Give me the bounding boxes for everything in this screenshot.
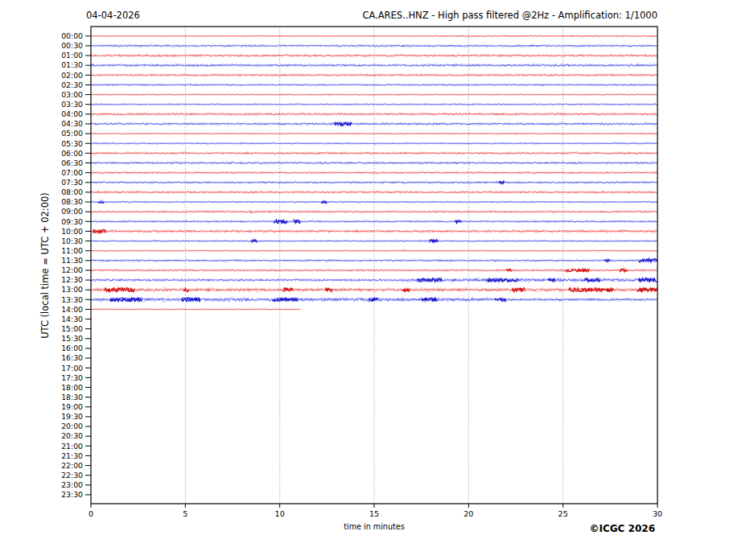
trace-row xyxy=(91,249,657,252)
x-axis-title: time in minutes xyxy=(294,522,455,531)
y-tick-label: 07:00 xyxy=(61,168,83,177)
y-tick-label: 12:30 xyxy=(61,275,83,284)
y-tick-label: 23:30 xyxy=(61,490,83,499)
y-tick-label: 00:00 xyxy=(61,31,83,40)
y-tick-label: 20:00 xyxy=(61,422,83,430)
y-tick-label: 10:00 xyxy=(61,227,83,236)
y-tick-label: 10:30 xyxy=(61,237,83,245)
trace-event xyxy=(499,181,505,184)
x-tick-label: 25 xyxy=(558,509,568,518)
y-tick-label: 17:30 xyxy=(61,373,83,382)
trace-row xyxy=(91,278,657,282)
trace-line xyxy=(91,309,300,310)
x-tick-label: 20 xyxy=(464,509,473,518)
x-tick-label: 10 xyxy=(275,509,285,518)
y-tick-label: 16:00 xyxy=(61,344,83,352)
helicorder-figure: 04-04-2026 CA.ARES..HNZ - High pass filt… xyxy=(0,0,746,560)
y-tick-label: 03:00 xyxy=(61,90,83,99)
y-tick-label: 02:30 xyxy=(61,80,83,89)
y-tick-label: 19:00 xyxy=(61,402,83,411)
y-tick-label: 07:30 xyxy=(61,178,83,187)
x-tick-label: 0 xyxy=(89,509,93,518)
y-tick-label: 06:00 xyxy=(61,149,83,158)
trace-row xyxy=(91,287,657,292)
trace-row xyxy=(91,151,657,154)
y-tick-label: 22:00 xyxy=(61,461,83,470)
y-tick-label: 19:30 xyxy=(61,412,83,421)
y-tick-label: 16:30 xyxy=(61,353,83,362)
y-tick-label: 09:00 xyxy=(61,207,83,216)
y-tick-label: 14:30 xyxy=(61,315,83,323)
trace-row xyxy=(91,297,657,302)
trace-event xyxy=(325,288,332,291)
trace-row xyxy=(91,44,657,47)
y-tick-label: 15:30 xyxy=(61,334,83,343)
y-tick-label: 05:00 xyxy=(61,129,83,138)
y-tick-label: 13:30 xyxy=(61,295,83,304)
y-tick-label: 08:00 xyxy=(61,187,83,196)
x-tick-label: 5 xyxy=(183,509,188,518)
y-tick-label: 01:30 xyxy=(61,60,83,69)
y-tick-label: 20:30 xyxy=(61,431,83,440)
trace-row xyxy=(91,93,657,95)
y-tick-label: 18:00 xyxy=(61,383,83,392)
trace-row xyxy=(91,181,657,184)
trace-row xyxy=(91,35,657,37)
y-tick-label: 23:00 xyxy=(61,480,83,489)
y-tick-label: 12:00 xyxy=(61,266,83,274)
x-tick-label: 30 xyxy=(653,509,662,518)
trace-row xyxy=(91,210,657,214)
plot-area: 05101520253000:0000:3001:0001:3002:0002:… xyxy=(0,0,746,560)
y-tick-label: 15:00 xyxy=(61,324,83,333)
trace-row xyxy=(91,54,657,57)
y-tick-label: 06:30 xyxy=(61,159,83,167)
y-tick-label: 04:00 xyxy=(61,109,83,118)
trace-row xyxy=(91,103,657,105)
y-tick-label: 00:30 xyxy=(61,41,83,50)
y-tick-label: 03:30 xyxy=(61,100,83,109)
x-tick-label: 15 xyxy=(369,509,379,518)
trace-event xyxy=(569,288,614,292)
y-tick-label: 11:00 xyxy=(61,246,83,255)
trace-row xyxy=(91,133,657,134)
trace-row xyxy=(91,142,657,145)
y-tick-label: 05:30 xyxy=(61,139,83,148)
y-tick-label: 18:30 xyxy=(61,393,83,401)
y-tick-label: 21:30 xyxy=(61,451,83,460)
y-tick-label: 21:00 xyxy=(61,442,83,451)
y-tick-label: 13:00 xyxy=(61,285,83,294)
trace-row xyxy=(91,64,657,68)
trace-row xyxy=(91,309,300,311)
trace-row xyxy=(91,162,657,165)
y-tick-label: 08:30 xyxy=(61,197,83,206)
trace-row xyxy=(91,200,657,204)
plot-border xyxy=(91,27,657,504)
y-tick-label: 17:00 xyxy=(61,364,83,373)
y-tick-label: 22:30 xyxy=(61,471,83,480)
y-tick-label: 09:30 xyxy=(61,217,83,226)
y-tick-label: 01:00 xyxy=(61,51,83,60)
trace-row xyxy=(91,84,657,86)
y-tick-label: 02:00 xyxy=(61,71,83,80)
y-tick-label: 04:30 xyxy=(61,119,83,128)
y-tick-label: 14:00 xyxy=(61,305,83,314)
trace-row xyxy=(91,191,657,194)
y-tick-label: 11:30 xyxy=(61,256,83,265)
trace-row xyxy=(91,229,657,234)
trace-row xyxy=(91,239,657,243)
copyright: ©ICGC 2026 xyxy=(589,523,655,534)
